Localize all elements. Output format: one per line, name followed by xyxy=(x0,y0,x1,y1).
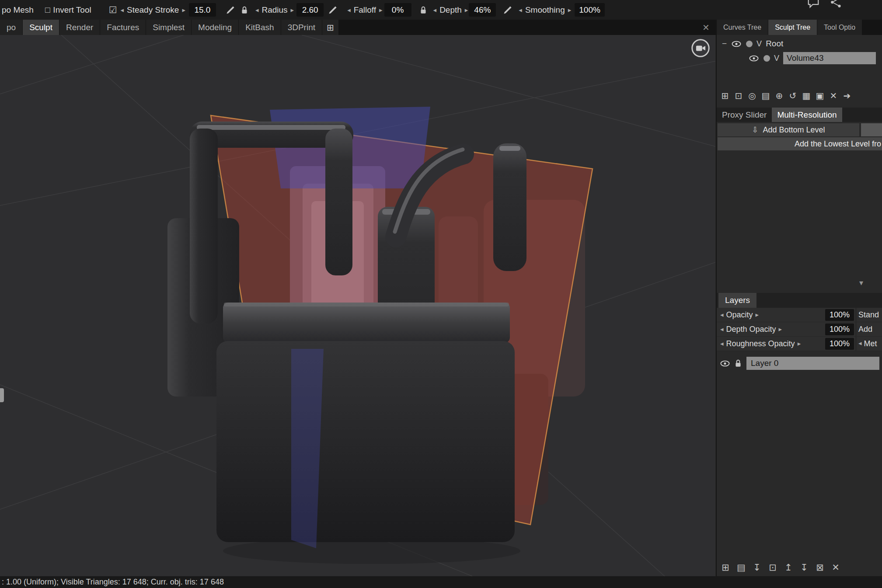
pen-pressure-icon[interactable] xyxy=(226,5,235,15)
tab-multi-resolution[interactable]: Multi-Resolution xyxy=(772,108,842,122)
visibility-eye-icon[interactable] xyxy=(731,40,742,48)
decrement-icon[interactable]: ◂ xyxy=(519,6,522,14)
tree-row-root[interactable]: − V Root xyxy=(722,38,783,50)
increment-icon[interactable]: ▸ xyxy=(756,311,759,319)
decrement-icon[interactable]: ◂ xyxy=(720,325,724,333)
tab-proxy-slider[interactable]: Proxy Slider xyxy=(717,108,772,122)
depth-value[interactable]: 46% xyxy=(469,3,496,17)
steady-stroke-spinner[interactable]: ◂ Steady Stroke ▸ xyxy=(121,5,185,15)
layers-icon[interactable]: ▤ xyxy=(761,90,770,101)
tree-row-volume[interactable]: V Volume43 xyxy=(748,52,876,65)
roughness-opacity-spinner[interactable]: ◂ Roughness Opacity ▸ xyxy=(720,339,801,348)
tab-sculpt[interactable]: Sculpt xyxy=(23,20,59,35)
merge-icon[interactable]: ⊕ xyxy=(774,90,784,101)
root-node-label[interactable]: Root xyxy=(766,39,783,49)
opacity-value[interactable]: 100% xyxy=(825,309,854,321)
tab-factures[interactable]: Factures xyxy=(100,20,146,35)
viewport[interactable] xyxy=(0,35,715,576)
delete-layer-icon[interactable]: ✕ xyxy=(830,562,841,573)
tab-3dprint[interactable]: 3DPrint xyxy=(281,20,322,35)
visibility-eye-icon[interactable] xyxy=(748,55,760,62)
falloff-spinner[interactable]: ◂ Falloff ▸ xyxy=(347,5,382,15)
tab-kitbash[interactable]: KitBash xyxy=(239,20,281,35)
lock-icon[interactable] xyxy=(241,6,248,14)
add-volume-icon[interactable]: ⊞ xyxy=(720,90,730,101)
layer-visibility-icon[interactable] xyxy=(719,360,731,367)
falloff-value[interactable]: 0% xyxy=(384,3,411,17)
decrement-icon[interactable]: ◂ xyxy=(720,311,724,319)
invert-tool-checkbox[interactable]: □ Invert Tool xyxy=(45,5,91,15)
pen-pressure-icon[interactable] xyxy=(328,5,338,15)
chat-icon[interactable] xyxy=(807,0,820,9)
metal-blend-label[interactable]: ◂ Met xyxy=(858,339,882,348)
move-up-icon[interactable]: ↥ xyxy=(783,562,794,573)
tab-curves-tree[interactable]: Curves Tree xyxy=(717,20,768,35)
grid-icon[interactable]: ▦ xyxy=(802,90,811,101)
duplicate-layer-icon[interactable]: ⊡ xyxy=(767,562,778,573)
panel-dropdown-icon[interactable]: ▾ xyxy=(859,278,863,288)
decrement-icon[interactable]: ◂ xyxy=(347,6,351,14)
decrement-icon[interactable]: ◂ xyxy=(255,6,259,14)
rotate-icon[interactable]: ↺ xyxy=(788,90,798,101)
layers-header-tab[interactable]: Layers xyxy=(718,293,756,308)
increment-icon[interactable]: ▸ xyxy=(465,6,468,14)
merge-down-icon[interactable]: ⊠ xyxy=(815,562,825,573)
depth-opacity-spinner[interactable]: ◂ Depth Opacity ▸ xyxy=(720,325,782,334)
decrement-icon[interactable]: ◂ xyxy=(433,6,437,14)
tab-retopo[interactable]: po xyxy=(0,20,23,35)
tab-simplest[interactable]: Simplest xyxy=(146,20,192,35)
tab-tool-options[interactable]: Tool Optio xyxy=(817,20,862,35)
lock-icon[interactable] xyxy=(419,6,427,14)
new-layer-icon[interactable]: ⊞ xyxy=(720,562,731,573)
tab-modeling[interactable]: Modeling xyxy=(192,20,239,35)
left-panel-handle[interactable] xyxy=(0,388,4,402)
layer-row[interactable]: Layer 0 xyxy=(717,356,882,371)
move-down-icon[interactable]: ↧ xyxy=(799,562,809,573)
pen-pressure-icon[interactable] xyxy=(503,5,512,15)
export-icon[interactable]: ▣ xyxy=(815,90,825,101)
ghost-toggle-icon[interactable] xyxy=(763,55,770,62)
sphere-icon[interactable]: ◎ xyxy=(747,90,757,101)
decrement-icon[interactable]: ◂ xyxy=(720,340,724,348)
depth-blend-label[interactable]: Add xyxy=(858,325,882,334)
blend-mode-label[interactable]: Stand xyxy=(858,310,882,320)
collapse-icon[interactable]: − xyxy=(722,39,727,49)
increment-icon[interactable]: ▸ xyxy=(182,6,185,14)
steady-stroke-checkbox-icon[interactable]: ☑ xyxy=(109,5,117,15)
tab-sculpt-tree[interactable]: Sculpt Tree xyxy=(768,20,817,35)
layer-lock-icon[interactable] xyxy=(734,359,742,368)
depth-opacity-value[interactable]: 100% xyxy=(825,324,854,335)
decrement-icon[interactable]: ◂ xyxy=(121,6,124,14)
move-out-icon[interactable]: ➔ xyxy=(842,90,852,101)
share-icon[interactable] xyxy=(830,0,843,9)
viewport-canvas[interactable] xyxy=(0,35,715,576)
radius-spinner[interactable]: ◂ Radius ▸ xyxy=(255,5,294,15)
vox-toggle[interactable]: V xyxy=(756,39,762,49)
increment-icon[interactable]: ▸ xyxy=(379,6,383,14)
clipped-button[interactable] xyxy=(861,123,882,136)
add-lowest-level-button[interactable]: Add the Lowest Level fro xyxy=(718,137,882,150)
import-layer-icon[interactable]: ↧ xyxy=(752,562,762,573)
smoothing-spinner[interactable]: ◂ Smoothing ▸ xyxy=(519,5,571,15)
duplicate-icon[interactable]: ⊡ xyxy=(734,90,743,101)
ghost-toggle-icon[interactable] xyxy=(746,41,753,47)
vox-toggle[interactable]: V xyxy=(774,54,779,63)
folder-icon[interactable]: ▤ xyxy=(736,562,746,573)
roughness-opacity-value[interactable]: 100% xyxy=(825,338,854,350)
mesh-menu[interactable]: po Mesh xyxy=(2,5,34,15)
volume-name-field[interactable]: Volume43 xyxy=(783,52,876,64)
increment-icon[interactable]: ▸ xyxy=(779,325,782,333)
tab-render[interactable]: Render xyxy=(59,20,100,35)
add-bottom-level-button[interactable]: ⇩ Add Bottom Level xyxy=(718,123,859,136)
radius-value[interactable]: 2.60 xyxy=(296,3,324,17)
camera-view-button[interactable] xyxy=(691,38,710,58)
layer-name-field[interactable]: Layer 0 xyxy=(746,357,879,370)
steady-stroke-value[interactable]: 15.0 xyxy=(189,3,216,17)
add-tab-icon[interactable]: ⊞ xyxy=(322,20,339,35)
delete-icon[interactable]: ✕ xyxy=(829,90,838,101)
increment-icon[interactable]: ▸ xyxy=(798,340,801,348)
increment-icon[interactable]: ▸ xyxy=(291,6,294,14)
increment-icon[interactable]: ▸ xyxy=(568,6,572,14)
smoothing-value[interactable]: 100% xyxy=(575,3,605,17)
depth-spinner[interactable]: ◂ Depth ▸ xyxy=(433,5,468,15)
